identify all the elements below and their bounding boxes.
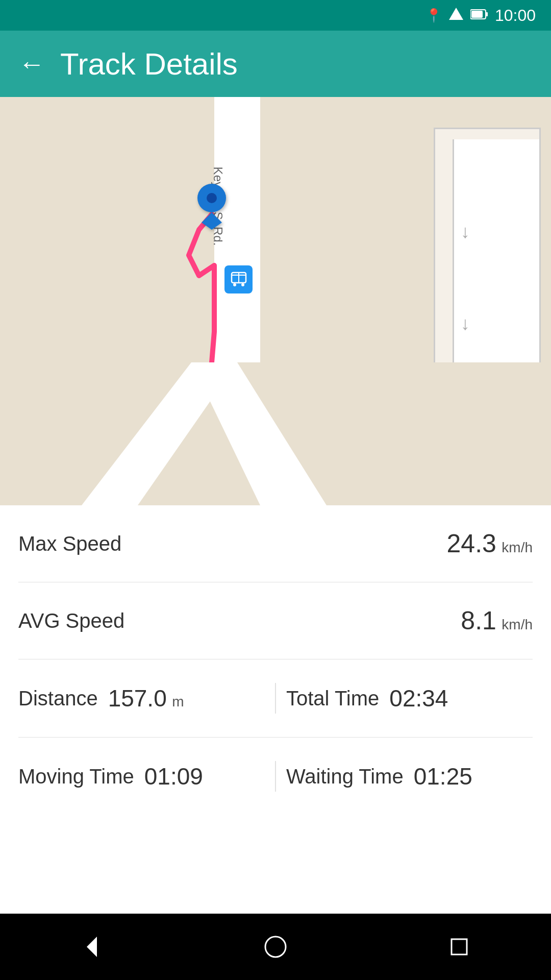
app-bar: ← Track Details [0,31,551,97]
back-button[interactable]: ← [18,51,45,77]
start-marker [191,179,232,230]
max-speed-value: 24.3 km/h [447,529,533,558]
nav-recents-button[interactable] [439,926,480,967]
waiting-time-label: Waiting Time [286,765,404,788]
stat-divider-1 [275,683,276,714]
distance-cell: Distance 157.0 m [18,684,265,712]
distance-value-wrap: 157.0 m [108,684,184,712]
movingtime-waitingtime-row: Moving Time 01:09 Waiting Time 01:25 [18,738,533,815]
stats-section: Max Speed 24.3 km/h AVG Speed 8.1 km/h D… [0,505,551,815]
status-bar: 📍 10:00 [0,0,551,31]
distance-unit: m [172,694,184,709]
total-time-label: Total Time [286,687,379,710]
distance-value: 157.0 [108,685,167,712]
svg-rect-2 [486,12,488,16]
svg-rect-17 [452,939,467,954]
waiting-time-cell: Waiting Time 01:25 [286,763,533,790]
svg-point-8 [233,283,236,286]
signal-icon [449,7,463,24]
svg-point-16 [265,937,286,957]
moving-time-label: Moving Time [18,765,134,788]
stat-divider-2 [275,761,276,792]
page-title: Track Details [60,46,238,82]
svg-point-9 [241,283,244,286]
svg-marker-15 [87,937,97,957]
avg-speed-row: AVG Speed 8.1 km/h [18,582,533,659]
distance-totaltime-row: Distance 157.0 m Total Time 02:34 [18,659,533,738]
svg-marker-0 [449,8,463,20]
total-time-cell: Total Time 02:34 [286,684,533,712]
max-speed-label: Max Speed [18,532,121,555]
avg-speed-value: 8.1 km/h [461,606,533,635]
moving-time-value: 01:09 [144,763,203,790]
total-time-value: 02:34 [389,684,448,712]
bus-stop-icon [224,265,253,293]
nav-back-button[interactable] [71,926,112,967]
status-icons: 📍 10:00 [425,6,536,25]
nav-home-button[interactable] [255,926,296,967]
waiting-time-value: 01:25 [414,763,472,790]
battery-icon [470,8,488,23]
distance-label: Distance [18,687,98,710]
map-view[interactable]: ↓ ↓ Keyuan S. Rd. G [0,97,551,505]
svg-rect-10 [232,275,246,276]
location-icon: 📍 [425,8,442,23]
status-time: 10:00 [495,6,536,25]
svg-rect-3 [471,11,483,18]
nav-bar [0,914,551,980]
moving-time-cell: Moving Time 01:09 [18,763,265,790]
svg-point-12 [207,193,217,203]
avg-speed-label: AVG Speed [18,609,124,632]
svg-marker-5 [82,362,237,505]
max-speed-row: Max Speed 24.3 km/h [18,505,533,582]
